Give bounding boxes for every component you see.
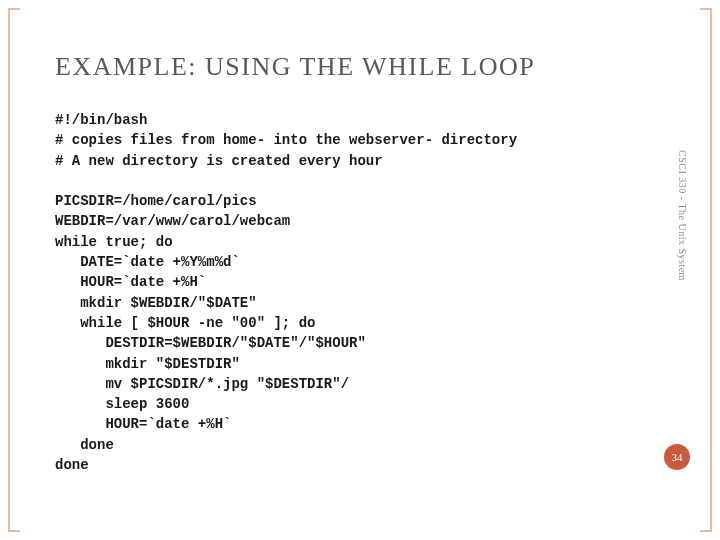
- course-label: CSCI 330 - The Unix System: [677, 150, 688, 281]
- decorative-frame-left: [8, 8, 20, 532]
- page-number-badge: 34: [664, 444, 690, 470]
- decorative-frame-right: [700, 8, 712, 532]
- page-number: 34: [672, 451, 683, 463]
- slide-content: EXAMPLE: USING THE WHILE LOOP #!/bin/bas…: [55, 52, 650, 475]
- code-block: #!/bin/bash # copies files from home- in…: [55, 110, 650, 475]
- slide-title: EXAMPLE: USING THE WHILE LOOP: [55, 52, 650, 82]
